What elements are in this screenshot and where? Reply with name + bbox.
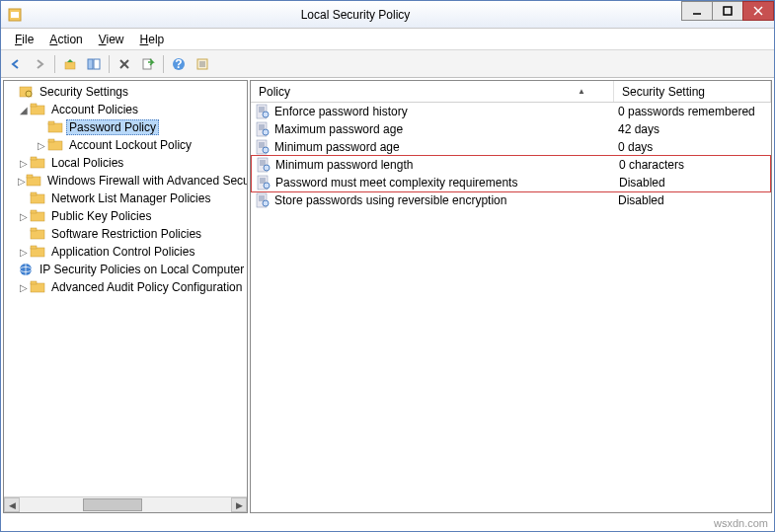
tree-label: Windows Firewall with Advanced Security	[44, 173, 248, 189]
svg-point-62	[264, 165, 270, 171]
folder-icon	[30, 208, 45, 224]
maximize-button[interactable]	[712, 1, 743, 21]
expand-icon[interactable]: ▷	[18, 211, 30, 222]
tree-account-lockout-policy[interactable]: ▷ Account Lockout Policy	[4, 136, 247, 154]
tree-label: Advanced Audit Policy Configuration	[48, 279, 245, 295]
policy-setting: 0 characters	[619, 158, 684, 172]
back-button[interactable]	[5, 53, 27, 75]
expand-icon[interactable]: ▷	[18, 176, 26, 187]
folder-icon	[30, 102, 45, 117]
svg-rect-30	[31, 194, 44, 203]
svg-rect-8	[94, 59, 100, 69]
tree-local-policies[interactable]: ▷ Local Policies	[4, 154, 247, 172]
up-button[interactable]	[59, 53, 81, 75]
column-security-setting[interactable]: Security Setting	[614, 81, 771, 102]
list-item[interactable]: Password must meet complexity requiremen…	[252, 174, 770, 191]
tree-label: Password Policy	[66, 119, 159, 135]
svg-rect-3	[724, 7, 732, 15]
svg-point-47	[263, 112, 269, 117]
list-item[interactable]: Enforce password history0 passwords reme…	[251, 103, 771, 120]
policy-setting: 42 days	[618, 122, 659, 136]
folder-icon	[47, 119, 63, 135]
horizontal-scrollbar[interactable]: ◀ ▶	[4, 496, 247, 512]
toolbar: ?	[1, 50, 774, 78]
watermark: wsxdn.com	[714, 517, 768, 529]
list-item[interactable]: Minimum password length0 characters	[252, 156, 770, 174]
tree-public-key[interactable]: ▷ Public Key Policies	[4, 207, 247, 225]
properties-button[interactable]	[192, 53, 213, 75]
tree-label: Account Policies	[48, 102, 141, 117]
show-hide-tree-button[interactable]	[83, 53, 105, 75]
delete-button[interactable]	[114, 53, 135, 75]
expand-icon[interactable]: ▷	[18, 158, 30, 169]
svg-point-57	[263, 147, 269, 153]
svg-rect-33	[31, 210, 37, 213]
menu-file[interactable]: File	[7, 31, 41, 48]
tree-password-policy[interactable]: Password Policy	[4, 118, 247, 136]
titlebar: Local Security Policy	[1, 1, 774, 29]
tree-software-restriction[interactable]: Software Restriction Policies	[4, 225, 247, 243]
svg-rect-35	[31, 228, 37, 231]
tree-windows-firewall[interactable]: ▷ Windows Firewall with Advanced Securit…	[4, 172, 247, 190]
scroll-track[interactable]	[20, 497, 231, 512]
policy-name: Store passwords using reversible encrypt…	[274, 193, 506, 207]
svg-rect-20	[31, 106, 44, 114]
menubar: File Action View Help	[1, 29, 774, 50]
scroll-thumb[interactable]	[83, 498, 142, 511]
folder-icon	[30, 226, 45, 242]
svg-rect-37	[31, 246, 37, 249]
forward-button[interactable]	[29, 53, 50, 75]
expand-icon[interactable]: ▷	[18, 247, 30, 258]
column-policy[interactable]: Policy ▲	[251, 81, 614, 102]
folder-icon	[30, 155, 45, 171]
menu-action[interactable]: Action	[41, 31, 90, 48]
help-button[interactable]: ?	[168, 53, 190, 75]
policy-name: Minimum password age	[274, 140, 400, 154]
column-label: Security Setting	[622, 85, 705, 99]
tree: Security Settings ◢ Account Policies Pas…	[4, 81, 247, 298]
list-item[interactable]: Maximum password age42 days	[251, 120, 771, 138]
policy-icon	[255, 139, 271, 155]
tree-label: Public Key Policies	[48, 208, 154, 224]
svg-point-19	[26, 91, 32, 97]
tree-network-list[interactable]: Network List Manager Policies	[4, 190, 247, 207]
folder-icon	[30, 190, 45, 206]
tree-label: Network List Manager Policies	[48, 190, 213, 206]
export-button[interactable]	[137, 53, 159, 75]
scroll-right-button[interactable]: ▶	[231, 497, 247, 512]
expand-icon[interactable]: ▷	[36, 140, 47, 151]
policy-setting: Disabled	[618, 193, 664, 207]
policy-name: Password must meet complexity requiremen…	[275, 176, 517, 190]
tree-advanced-audit[interactable]: ▷ Advanced Audit Policy Configuration	[4, 278, 247, 296]
close-button[interactable]	[742, 1, 774, 21]
expand-icon[interactable]: ▷	[18, 282, 30, 293]
menu-view[interactable]: View	[91, 31, 132, 48]
tree-application-control[interactable]: ▷ Application Control Policies	[4, 243, 247, 261]
tree-ip-security[interactable]: IP Security Policies on Local Computer	[4, 261, 247, 278]
minimize-button[interactable]	[681, 1, 713, 21]
policy-icon	[256, 175, 271, 190]
tree-root[interactable]: Security Settings	[4, 83, 247, 101]
tree-account-policies[interactable]: ◢ Account Policies	[4, 101, 247, 118]
menu-help[interactable]: Help	[132, 31, 173, 48]
policy-icon	[255, 192, 271, 208]
svg-rect-1	[11, 12, 19, 18]
list-item[interactable]: Minimum password age0 days	[251, 138, 771, 156]
policy-name: Enforce password history	[274, 105, 408, 118]
window-controls	[682, 9, 774, 21]
svg-rect-24	[48, 141, 62, 150]
window-title: Local Security Policy	[29, 8, 682, 22]
scroll-left-button[interactable]: ◀	[4, 497, 20, 512]
content-area: Security Settings ◢ Account Policies Pas…	[1, 78, 774, 513]
collapse-icon[interactable]: ◢	[18, 105, 30, 115]
svg-rect-26	[31, 159, 44, 168]
app-icon	[7, 7, 23, 23]
tree-label: IP Security Policies on Local Computer	[37, 262, 247, 277]
svg-rect-31	[31, 192, 37, 195]
list-header: Policy ▲ Security Setting	[251, 81, 771, 103]
svg-rect-34	[31, 230, 44, 239]
list-item[interactable]: Store passwords using reversible encrypt…	[251, 191, 771, 209]
policy-setting: 0 days	[618, 140, 653, 154]
svg-rect-29	[27, 175, 33, 178]
svg-rect-41	[31, 283, 44, 292]
